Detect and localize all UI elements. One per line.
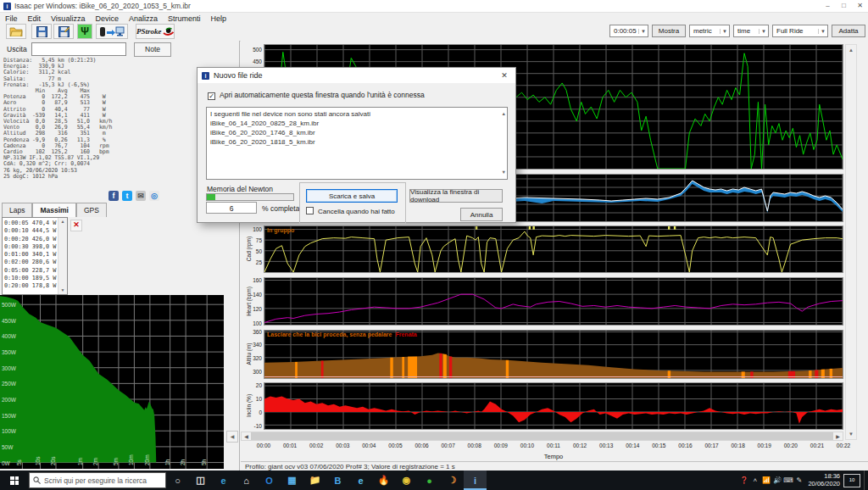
- taskbar: Scrivi qui per eseguire la ricerca ○◫e⌂O…: [0, 471, 868, 490]
- annulla-button[interactable]: Annulla: [460, 208, 503, 221]
- time-tick-label: 00:21: [810, 443, 824, 448]
- interval-select[interactable]: 0:00:05▼: [609, 25, 648, 37]
- menu-analizza[interactable]: Analizza: [124, 14, 163, 23]
- adatta-button[interactable]: Adatta: [832, 25, 865, 37]
- mostra-button[interactable]: Mostra: [652, 25, 686, 37]
- records-scrollbar[interactable]: ▲ ▼: [58, 218, 67, 294]
- volume-icon[interactable]: 🔊: [771, 476, 782, 484]
- network-icon[interactable]: 📶: [760, 476, 771, 484]
- menu-edit[interactable]: Edit: [23, 14, 47, 23]
- pen-icon[interactable]: ✎: [793, 476, 804, 484]
- home-icon[interactable]: ⌂: [235, 471, 258, 490]
- cortana-icon[interactable]: ○: [166, 471, 189, 490]
- tab-massimi[interactable]: Massimi: [32, 203, 76, 217]
- record-item[interactable]: 0:00:30 398,0 W: [4, 243, 58, 251]
- units-select[interactable]: metric▼: [689, 25, 730, 37]
- outlook-icon[interactable]: O: [258, 471, 281, 490]
- scroll-right-icon[interactable]: ▶: [833, 432, 843, 440]
- pstroke-button[interactable]: PStroke: [136, 24, 175, 39]
- delete-record-button[interactable]: ✕: [70, 220, 82, 231]
- time-tick-label: 00:15: [652, 443, 665, 448]
- edge-icon[interactable]: e: [212, 471, 235, 490]
- keyboard-icon[interactable]: ⌨: [782, 476, 793, 484]
- notification-monitor-icon[interactable]: 10: [843, 474, 860, 487]
- heart-plot[interactable]: [264, 277, 843, 326]
- help-icon[interactable]: ❓: [738, 476, 749, 484]
- record-item[interactable]: 0:10:00 189,5 W: [4, 275, 58, 282]
- unsaved-file-item[interactable]: iBike_06_14_2020_0825_28_km.ibr: [210, 119, 504, 128]
- altitude-plot[interactable]: Lasciare che la bici proceda, senza peda…: [264, 330, 843, 379]
- scroll-up-icon[interactable]: ▲: [58, 218, 67, 226]
- scroll-down-icon[interactable]: ▼: [502, 168, 506, 177]
- record-item[interactable]: 0:05:00 228,7 W: [4, 267, 58, 275]
- usb-connect-button[interactable]: Ψ: [77, 24, 92, 39]
- menu-help[interactable]: Help: [205, 14, 231, 23]
- record-item[interactable]: 0:01:00 340,1 W: [4, 251, 58, 259]
- scroll-down-icon[interactable]: ▼: [58, 287, 67, 294]
- tab-gps[interactable]: GPS: [76, 203, 107, 217]
- uscita-input[interactable]: [31, 42, 126, 56]
- power-duration-chart[interactable]: 500W450W400W350W300W250W200W150W100W50W0…: [0, 295, 224, 469]
- start-button[interactable]: [0, 471, 29, 490]
- auto-open-checkbox[interactable]: ✓Apri automaticamente questa finestra qu…: [208, 91, 425, 100]
- ie-icon[interactable]: e: [349, 471, 372, 490]
- xaxis-mode-select[interactable]: time▼: [733, 25, 769, 37]
- menu-strumenti[interactable]: Strumenti: [163, 14, 206, 23]
- scarica-e-salva-button[interactable]: Scarica e salva: [306, 189, 398, 203]
- cancella-checkbox[interactable]: Cancella quando hai fatto: [306, 207, 395, 215]
- show-desktop-button[interactable]: [864, 471, 868, 490]
- chrome-icon[interactable]: ◉: [395, 471, 418, 490]
- store-icon[interactable]: ▦: [281, 471, 303, 490]
- unsaved-file-item[interactable]: iBike_06_20_2020_1746_8_km.ibr: [210, 128, 504, 137]
- record-item[interactable]: 0:00:10 444,5 W: [4, 227, 58, 235]
- unsaved-files-list[interactable]: ▲ ▼ I seguenti file nel device non sono …: [206, 107, 508, 180]
- tab-laps[interactable]: Laps: [2, 203, 32, 217]
- menu-device[interactable]: Device: [90, 14, 124, 23]
- scroll-up-icon[interactable]: ▲: [846, 45, 856, 55]
- menu-visualizza[interactable]: Visualizza: [46, 14, 90, 23]
- firefox-icon[interactable]: 🔥: [372, 471, 395, 490]
- pd-ytick-label: 150W: [2, 412, 16, 418]
- scroll-left-icon[interactable]: ◀: [242, 432, 251, 440]
- email-icon[interactable]: ✉: [136, 191, 146, 201]
- scroll-down-icon[interactable]: ▼: [846, 429, 856, 439]
- incline-plot[interactable]: [264, 382, 843, 430]
- visualizza-finestra-download-button[interactable]: Visualizza la finestra di download: [409, 189, 503, 203]
- unsaved-file-item[interactable]: iBike_06_20_2020_1818_5_km.ibr: [210, 137, 504, 147]
- twitter-icon[interactable]: t: [122, 191, 132, 201]
- scrollbar-thumb[interactable]: [251, 432, 833, 440]
- minimize-button[interactable]: –: [820, 0, 836, 12]
- charts-vertical-scrollbar[interactable]: ▲ ▼: [845, 44, 857, 440]
- maximize-button[interactable]: □: [836, 0, 852, 12]
- task-view-icon[interactable]: ◫: [189, 471, 212, 490]
- taskbar-clock[interactable]: 18:36 20/06/2020: [808, 473, 840, 487]
- heart-chart-row: Heart (bpm)160140120100: [241, 277, 843, 326]
- open-file-button[interactable]: [6, 24, 26, 39]
- facebook-icon[interactable]: f: [108, 191, 119, 201]
- collapse-left-icon[interactable]: ◀: [226, 431, 238, 443]
- record-item[interactable]: 0:00:20 426,0 W: [4, 236, 58, 243]
- note-tab[interactable]: Note: [134, 42, 171, 57]
- record-item[interactable]: 0:20:00 178,8 W: [4, 282, 58, 290]
- dialog-close-icon[interactable]: ✕: [493, 68, 515, 83]
- record-item[interactable]: 0:02:00 280,6 W: [4, 259, 58, 266]
- taskbar-search-input[interactable]: Scrivi qui per eseguire la ricerca: [29, 472, 166, 488]
- scroll-up-icon[interactable]: ▲: [502, 109, 506, 119]
- chevron-up-icon[interactable]: ˄: [749, 476, 760, 484]
- app-green-icon[interactable]: ●: [418, 471, 441, 490]
- bing-icon[interactable]: B: [326, 471, 349, 490]
- close-button[interactable]: ✕: [852, 0, 868, 12]
- record-item[interactable]: 0:00:05 470,4 W: [4, 220, 58, 227]
- planet-icon[interactable]: ☽: [441, 471, 464, 490]
- download-device-button[interactable]: [96, 24, 128, 39]
- isaac-icon[interactable]: i: [464, 471, 487, 490]
- web-globe-icon[interactable]: ◎: [149, 191, 159, 201]
- charts-horizontal-scrollbar[interactable]: ◀ ▶: [241, 432, 843, 441]
- save-as-button[interactable]: [53, 24, 74, 39]
- menu-file[interactable]: File: [0, 14, 23, 23]
- save-button[interactable]: [31, 24, 52, 39]
- ride-statistics: Distanza: 5,45 km (0:21:23) Energia: 330…: [3, 58, 112, 180]
- explorer-icon[interactable]: 📁: [303, 471, 326, 490]
- cadence-plot[interactable]: In gruppo: [264, 226, 843, 273]
- range-select[interactable]: Full Ride▼: [772, 25, 828, 37]
